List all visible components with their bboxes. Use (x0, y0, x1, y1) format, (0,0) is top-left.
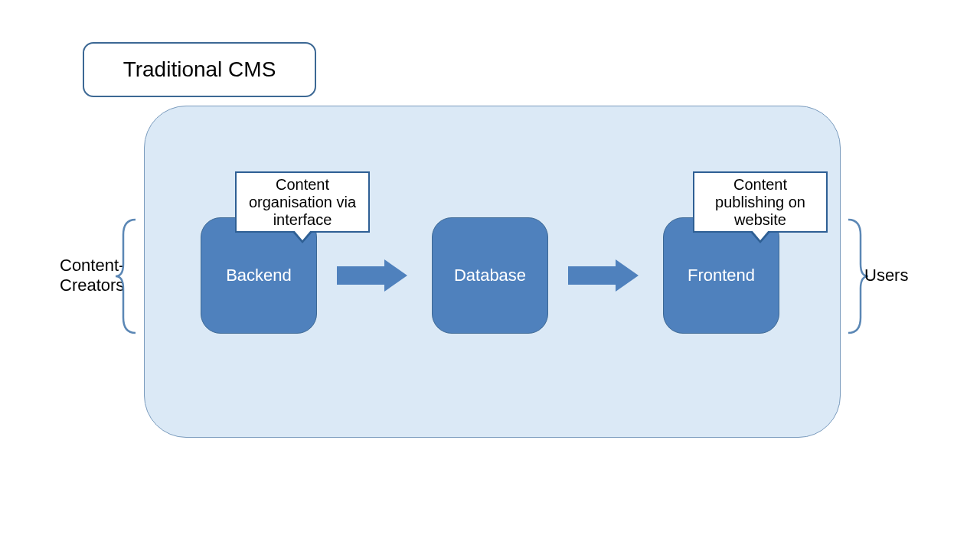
left-bracket-icon (114, 218, 137, 334)
diagram-title: Traditional CMS (123, 57, 276, 82)
arrow-backend-to-database-icon (337, 259, 409, 292)
backend-callout-text: Content organisation via interface (240, 176, 365, 229)
backend-callout: Content organisation via interface (235, 171, 370, 233)
database-node-label: Database (454, 266, 526, 285)
diagram-title-box: Traditional CMS (83, 42, 316, 97)
frontend-callout-text: Content publishing on website (697, 176, 823, 229)
frontend-node-label: Frontend (688, 266, 755, 285)
backend-node-label: Backend (226, 266, 292, 285)
frontend-callout: Content publishing on website (693, 171, 828, 233)
diagram-stage: Traditional CMS Content- Creators Backen… (0, 0, 980, 551)
users-label: Users (864, 266, 908, 285)
database-node: Database (432, 217, 548, 334)
arrow-database-to-frontend-icon (568, 259, 640, 292)
